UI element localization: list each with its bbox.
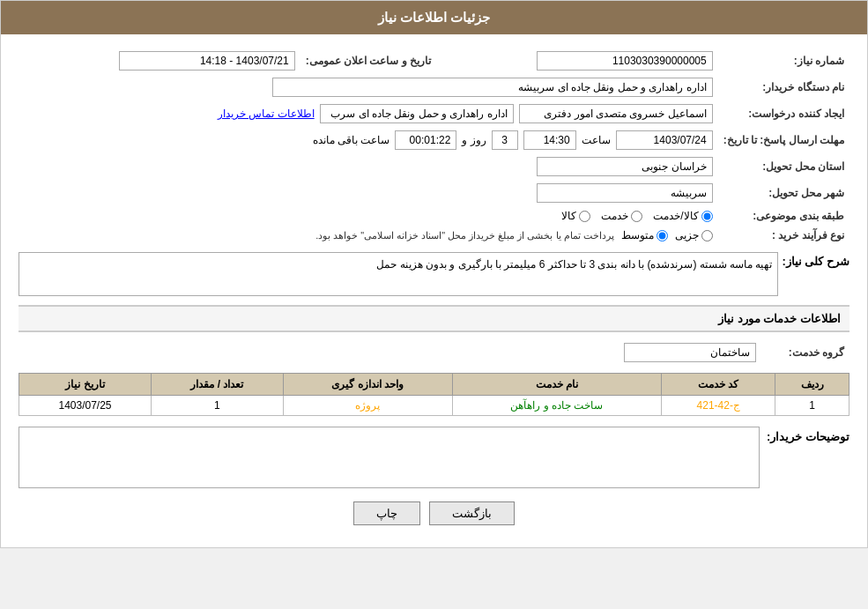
city-label: شهر محل تحویل:	[718, 180, 849, 206]
deadline-time: 14:30	[523, 130, 576, 150]
purchase-mottavaset-label: متوسط	[621, 229, 654, 241]
col-row: ردیف	[775, 374, 849, 396]
category-kala-label: کالا	[561, 210, 576, 222]
col-quantity: تعداد / مقدار	[151, 374, 283, 396]
buyer-org-value: اداره راهداری و حمل ونقل جاده ای سربیشه	[272, 78, 713, 97]
service-group-label: گروه خدمت:	[761, 339, 849, 366]
col-name: نام خدمت	[452, 374, 661, 396]
purchase-jozii-label: جزیی	[675, 229, 699, 241]
announce-date-value: 1403/07/21 - 14:18	[119, 51, 295, 71]
deadline-days-label: روز و	[462, 134, 486, 146]
deadline-remaining: 00:01:22	[395, 130, 456, 150]
col-code: کد خدمت	[662, 374, 775, 396]
buyer-org-label: نام دستگاه خریدار:	[718, 74, 849, 100]
creator-label: ایجاد کننده درخواست:	[718, 100, 849, 127]
purchase-mottavaset-radio[interactable]: متوسط	[621, 229, 668, 241]
buyer-desc-textarea[interactable]	[19, 427, 760, 488]
services-table: ردیف کد خدمت نام خدمت واحد اندازه گیری ت…	[19, 373, 849, 416]
creator-name: اسماعیل خسروی متصدی امور دفتری	[519, 104, 713, 123]
purchase-type-label: نوع فرآیند خرید :	[718, 226, 849, 245]
col-date: تاریخ نیاز	[19, 374, 152, 396]
cell-code: ج-42-421	[662, 396, 775, 416]
cell-date: 1403/07/25	[19, 396, 152, 416]
category-kala-khadamat-label: کالا/خدمت	[653, 210, 698, 222]
need-desc-box: تهیه ماسه شسته (سرندشده) با دانه بندی 3 …	[19, 252, 778, 296]
action-buttons: بازگشت چاپ	[19, 501, 849, 525]
deadline-label: مهلت ارسال پاسخ: تا تاریخ:	[718, 127, 849, 153]
category-kala-khadamat-radio[interactable]: کالا/خدمت	[653, 210, 712, 222]
print-button[interactable]: چاپ	[353, 501, 420, 525]
cell-unit: پروژه	[283, 396, 452, 416]
page-header: جزئیات اطلاعات نیاز	[1, 1, 867, 34]
city-value: سربیشه	[537, 183, 713, 203]
creator-contact-link[interactable]: اطلاعات تماس خریدار	[218, 108, 315, 120]
need-desc-label: شرح کلی نیاز:	[782, 252, 849, 268]
announce-date-label: تاریخ و ساعت اعلان عمومی:	[300, 48, 436, 74]
need-desc-value: تهیه ماسه شسته (سرندشده) با دانه بندی 3 …	[376, 258, 772, 271]
province-label: استان محل تحویل:	[718, 153, 849, 180]
buyer-desc-label: توضیحات خریدار:	[767, 427, 849, 443]
category-khadamat-label: خدمت	[601, 210, 628, 222]
category-kala-radio[interactable]: کالا	[561, 210, 590, 222]
need-number-label: شماره نیاز:	[718, 48, 849, 74]
deadline-remaining-label: ساعت باقی مانده	[313, 134, 390, 146]
deadline-date: 1403/07/24	[616, 130, 713, 150]
deadline-days: 3	[492, 130, 518, 150]
cell-quantity: 1	[151, 396, 283, 416]
category-khadamat-radio[interactable]: خدمت	[601, 210, 642, 222]
col-unit: واحد اندازه گیری	[283, 374, 452, 396]
cell-row: 1	[775, 396, 849, 416]
purchase-jozii-radio[interactable]: جزیی	[675, 229, 713, 241]
need-number-value: 1103030390000005	[537, 51, 713, 71]
services-section-title: اطلاعات خدمات مورد نیاز	[19, 305, 849, 332]
cell-name: ساخت جاده و راهآهن	[452, 396, 661, 416]
creator-org: اداره راهداری و حمل ونقل جاده ای سرب	[320, 104, 514, 123]
page-title: جزئیات اطلاعات نیاز	[378, 10, 490, 25]
back-button[interactable]: بازگشت	[429, 501, 515, 525]
category-label: طبقه بندی موضوعی:	[718, 206, 849, 226]
table-row: 1 ج-42-421 ساخت جاده و راهآهن پروژه 1 14…	[19, 396, 849, 416]
service-group-value: ساختمان	[624, 343, 756, 362]
deadline-time-label: ساعت	[582, 134, 611, 146]
purchase-note: پرداخت تمام یا بخشی از مبلغ خریداز محل "…	[315, 230, 614, 241]
province-value: خراسان جنوبی	[537, 157, 713, 176]
